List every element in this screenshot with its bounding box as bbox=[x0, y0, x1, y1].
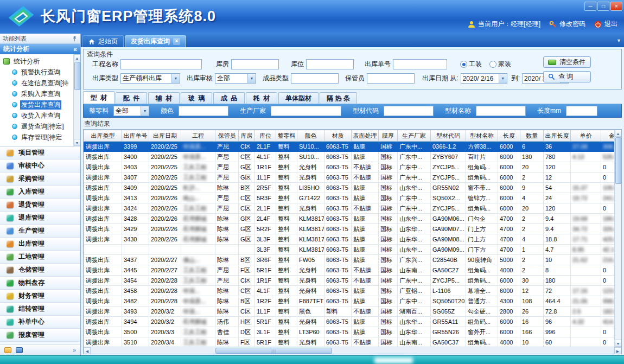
column-header[interactable]: 金 bbox=[601, 130, 615, 142]
close-button[interactable]: × bbox=[610, 2, 622, 11]
column-header[interactable]: 颜色 bbox=[297, 130, 324, 142]
results-table-row[interactable]: 调拨出库34932020/3/2华润...陈琳C区1L1F整料黑色塑料不贴膜国标… bbox=[84, 306, 615, 317]
results-table-row[interactable]: 调拨出库34292020/2/26石湾辉城陈琳G区5R2F整料KLM381760… bbox=[84, 224, 615, 234]
sidebar-group-purchase-management[interactable]: 采购管理 bbox=[0, 173, 80, 186]
sidebar-group-supplement-center[interactable]: 补单中心 bbox=[0, 316, 80, 329]
tab-shipping-outbound-query[interactable]: 发货出库查询 × bbox=[125, 35, 186, 47]
column-header[interactable]: 材质 bbox=[324, 130, 352, 142]
sidebar-group-inbound-management[interactable]: 入库管理 bbox=[0, 186, 80, 199]
sidebar-tree-item-inventory-management[interactable]: 库存管理[待定 bbox=[3, 132, 72, 143]
project-name-input[interactable] bbox=[120, 59, 202, 69]
monitor-icon[interactable] bbox=[16, 347, 23, 353]
expand-chevron-icon[interactable]: » bbox=[73, 347, 76, 353]
results-table-row[interactable]: 调拨出库34302020/2/26石湾辉城陈琳G区3L3F整料KLM381760… bbox=[84, 234, 615, 245]
column-header[interactable]: 出库类型 bbox=[84, 130, 122, 142]
material-tab-single-profile[interactable]: 单体型材 bbox=[278, 92, 319, 104]
results-table-row[interactable]: 调拨出库34582020/2/28华润...陈琳C区4L1F整料光身料6063-… bbox=[84, 286, 615, 296]
column-header[interactable]: 工程 bbox=[181, 130, 215, 142]
sidebar-tree-root[interactable]: 统计分析 bbox=[3, 56, 72, 67]
sidebar-group-warehouse-management[interactable]: 仓储管理 bbox=[0, 264, 80, 277]
tab-list-chevron-icon[interactable]: ▼ bbox=[616, 38, 621, 43]
sidebar-tree-item-shipping-outbound-query[interactable]: 发货出库查询 bbox=[3, 99, 72, 110]
audit-select[interactable]: 全部 ▼ bbox=[215, 73, 256, 84]
results-table-row[interactable]: 调拨出库34032020/2/25工共工程严思G区1R1F整料光身料6063-T… bbox=[84, 162, 615, 173]
material-tab-glass[interactable]: 玻 璃 bbox=[181, 92, 212, 104]
column-header[interactable]: 型材代码 bbox=[431, 130, 466, 142]
sidebar-group-project-management[interactable]: 项目管理 bbox=[0, 146, 80, 159]
results-table-row[interactable]: 调拨出库34132020/2/26南山...严思C区5R3F整料G7142260… bbox=[84, 193, 615, 203]
pin-icon[interactable] bbox=[72, 36, 78, 42]
column-header[interactable]: 单价 bbox=[571, 130, 601, 142]
scroll-up-icon[interactable]: ▲ bbox=[615, 130, 622, 137]
sidebar-group-production-management[interactable]: 生产管理 bbox=[0, 225, 80, 238]
results-table-row[interactable]: 调拨出库34452020/2/27工共工程严思F区5R1F整料光身料6063-T… bbox=[84, 265, 615, 276]
sidebar-tree-item-receiving-inbound-query[interactable]: 收货入库查询 bbox=[3, 110, 72, 121]
sidebar-tree-item-returns-query[interactable]: 退货查询[待定] bbox=[3, 121, 72, 132]
scroll-left-icon[interactable]: ◀ bbox=[84, 347, 91, 354]
column-header[interactable]: 出库长度 bbox=[544, 130, 571, 142]
sidebar-tree-item-warning-execution-query[interactable]: 预警执行查询 bbox=[3, 67, 72, 78]
material-tab-finished[interactable]: 成 品 bbox=[213, 92, 245, 104]
column-header[interactable]: 出库单号 bbox=[122, 130, 149, 142]
order-no-input[interactable] bbox=[393, 59, 447, 69]
results-table-row[interactable]: 调拨出库34002020/2/25华润原...严思C区4L1F整料SU10...… bbox=[84, 152, 615, 162]
profile-code-input[interactable] bbox=[384, 106, 434, 116]
column-header[interactable]: 库房 bbox=[239, 130, 255, 142]
clear-conditions-button[interactable]: 清空条件 bbox=[543, 56, 591, 68]
column-header[interactable]: 整零料 bbox=[276, 130, 297, 142]
results-table-row[interactable]: 调拨出库34072020/2/25工共工程严思G区1L1F整料光身料6063-T… bbox=[84, 173, 615, 183]
material-tab-consumable[interactable]: 耗 材 bbox=[246, 92, 277, 104]
material-tab-auxiliary[interactable]: 辅 材 bbox=[148, 92, 180, 104]
sidebar-section-statistics[interactable]: 统计分析 « bbox=[0, 44, 80, 54]
sidebar-tree-item-purchase-inbound-query[interactable]: 采购入库查询 bbox=[3, 88, 72, 99]
tree-scrollbar[interactable]: ▲ ▼ bbox=[73, 54, 80, 146]
results-table-row[interactable]: 调拨出库35102020/3/4工共工程陈琳F区5R1F整料光身料6063-T5… bbox=[84, 337, 615, 347]
horizontal-scroll-thumb[interactable]: ||| bbox=[215, 348, 332, 354]
sidebar-group-site-management[interactable]: 工地管理 bbox=[0, 251, 80, 264]
results-table-row[interactable]: 调拨出库34282020/2/26石湾辉城陈琳G区2L4F整料KLM381760… bbox=[84, 214, 615, 224]
industrial-radio[interactable] bbox=[460, 61, 467, 68]
location-input[interactable] bbox=[306, 59, 354, 69]
tab-home[interactable]: 起始页 bbox=[82, 35, 124, 47]
sidebar-tree-item-in-transit-info-query[interactable]: 在途信息查询[待 bbox=[3, 78, 72, 88]
scroll-up-icon[interactable]: ▲ bbox=[74, 54, 81, 61]
results-table-row[interactable]: 调拨出库34942020/3/2石湾辉城汤伟H区5R1F整料光身料6063-T5… bbox=[84, 317, 615, 327]
date-from-select[interactable]: 2020/ 2/16 ▼ bbox=[461, 73, 507, 84]
column-header[interactable]: 表面处理 bbox=[352, 130, 379, 142]
column-header[interactable]: 膜厚 bbox=[379, 130, 398, 142]
product-type-input[interactable] bbox=[291, 73, 339, 84]
whole-part-select[interactable]: 全部 ▼ bbox=[113, 106, 149, 116]
results-table-row[interactable]: 调拨出库33992020/2/25华润原...严思C区2L1F整料SU10...… bbox=[84, 142, 615, 152]
results-table-row[interactable]: 调拨出库34822020/2/28华润原...陈琳B区1R2F整料F887TFT… bbox=[84, 296, 615, 306]
manufacturer-input[interactable] bbox=[271, 106, 341, 116]
scroll-down-icon[interactable]: ▼ bbox=[615, 340, 622, 347]
sidebar-group-carryover-management[interactable]: 结转管理 bbox=[0, 303, 80, 316]
sidebar-group-scrap-management[interactable]: 报废管理 bbox=[0, 329, 80, 342]
column-header[interactable]: 长度 bbox=[498, 130, 520, 142]
column-header[interactable]: 生产厂家 bbox=[398, 130, 431, 142]
logout-button[interactable]: 退出 bbox=[594, 20, 617, 29]
sidebar-group-outbound-management[interactable]: 出库管理 bbox=[0, 238, 80, 251]
results-table-row[interactable]: 调拨出库35002020/3/3工共工程曹佳D区3L1F整料LT3P606063… bbox=[84, 327, 615, 337]
sidebar-group-finance-management[interactable]: 财务管理 bbox=[0, 290, 80, 303]
length-input[interactable] bbox=[566, 106, 597, 116]
results-table-row[interactable]: 调拨出库34542020/2/28工共工程严思C区1R1F整料光身料6063-T… bbox=[84, 276, 615, 286]
maximize-button[interactable]: □ bbox=[597, 2, 609, 11]
column-header[interactable]: 保管员 bbox=[215, 130, 239, 142]
material-tab-thermal-strip[interactable]: 隔 热 条 bbox=[320, 92, 357, 104]
results-table-row[interactable]: 调拨出库34372020/2/27佛山...陈琳B区3R6F整料FW056063… bbox=[84, 255, 615, 265]
results-table-row[interactable]: 3L3F整料KLM38176063-T5贴膜国标山东华...GA90M09...… bbox=[84, 245, 615, 255]
column-header[interactable]: 型材名称 bbox=[466, 130, 498, 142]
color-input[interactable] bbox=[179, 106, 228, 116]
sidebar-group-return-goods-management[interactable]: 退货管理 bbox=[0, 199, 80, 212]
sidebar-group-material-inventory[interactable]: 物料盘存 bbox=[0, 277, 80, 290]
keeper-input[interactable] bbox=[367, 73, 415, 84]
tree-scroll-thumb[interactable] bbox=[74, 62, 80, 90]
results-table-row[interactable]: 调拨出库34242020/2/26工共工程严思C区2L1F整料光身料6063-T… bbox=[84, 203, 615, 214]
scroll-right-icon[interactable]: ▶ bbox=[614, 347, 621, 354]
search-button[interactable]: 查 询 bbox=[543, 71, 591, 82]
material-tab-accessory[interactable]: 配 件 bbox=[116, 92, 147, 104]
vertical-scrollbar[interactable]: ▲ ▼ bbox=[614, 130, 621, 347]
vertical-scroll-thumb[interactable] bbox=[615, 137, 621, 184]
warehouse-input[interactable] bbox=[231, 59, 279, 69]
